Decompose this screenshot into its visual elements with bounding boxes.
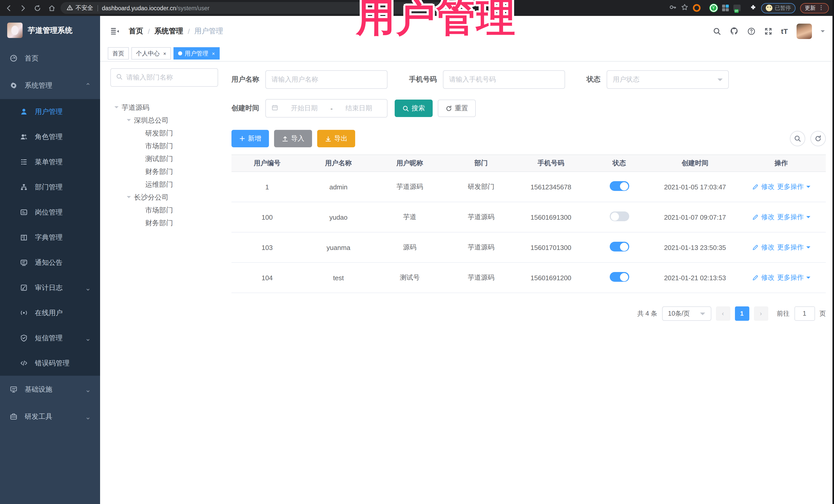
chevron-down-icon[interactable] [806,246,810,250]
more-actions-link[interactable]: 更多操作 [777,243,804,252]
github-icon[interactable] [730,27,739,36]
search-icon[interactable] [713,27,721,35]
show-search-button[interactable] [790,131,805,146]
caret-down-icon[interactable] [114,106,118,110]
sidebar-item-role-mgmt[interactable]: 角色管理 [0,124,100,149]
tree-node[interactable]: 深圳总公司 [110,114,218,127]
tab-close-icon[interactable]: × [163,50,166,56]
status-select[interactable]: 用户状态 [607,70,729,89]
caret-down-icon[interactable] [127,196,131,200]
tab-home[interactable]: 首页 [108,47,129,60]
sidebar-item-menu-mgmt[interactable]: 菜单管理 [0,149,100,175]
status-toggle[interactable] [610,242,629,251]
font-size-icon[interactable]: tT [781,27,788,35]
tree-node[interactable]: 长沙分公司 [110,191,218,204]
mobile-input[interactable]: 请输入手机号码 [443,70,565,89]
goto-page-input[interactable] [794,306,815,321]
edit-link[interactable]: 修改 [761,182,774,192]
import-button[interactable]: 导入 [274,130,312,147]
chevron-down-icon[interactable] [806,186,810,190]
sidebar-item-audit-log[interactable]: 审计日志 ⌄ [0,275,100,300]
tree-node[interactable]: 市场部门 [110,139,218,152]
extensions-puzzle-icon[interactable] [750,3,756,13]
browser-home-icon[interactable] [48,4,56,12]
extension-orange-icon[interactable] [693,4,700,12]
chevron-down-icon[interactable] [806,277,810,281]
col-dept: 部门 [445,159,517,168]
next-page-button[interactable]: › [754,306,768,321]
tree-node[interactable]: 财务部门 [110,165,218,178]
sidebar-item-sms-mgmt[interactable]: 短信管理 ⌄ [0,325,100,351]
reset-button[interactable]: 重置 [438,100,476,117]
extension-grid-icon[interactable] [722,5,728,11]
sidebar-item-dept-mgmt[interactable]: 部门管理 [0,175,100,200]
tab-user-mgmt[interactable]: 用户管理 × [174,47,220,60]
fullscreen-icon[interactable] [764,27,772,35]
security-label: 不安全 [75,4,93,12]
sidebar-item-infra[interactable]: 基础设施 ⌄ [0,376,100,403]
sidebar-item-system[interactable]: 系统管理 ⌃ [0,72,100,99]
update-button[interactable]: 更新 [800,3,829,13]
tab-close-icon[interactable]: × [212,50,215,56]
table-row: 1 admin 芋道源码 研发部门 15612345678 2021-01-05… [232,172,826,202]
filter-row-1: 用户名称 请输入用户名称 手机号码 请输入手机号码 状态 用户状态 [232,70,826,89]
sidebar-item-home[interactable]: 首页 [0,45,100,72]
search-button[interactable]: 搜索 [395,100,433,117]
edit-link[interactable]: 修改 [761,213,774,222]
caret-down-icon[interactable] [127,119,131,123]
status-label: 状态 [587,75,600,84]
chevron-down-icon[interactable] [806,216,810,220]
profile-avatar-icon [766,5,772,11]
bookmark-star-icon[interactable] [681,3,688,13]
browser-menu-dots-icon[interactable] [818,4,824,12]
export-button[interactable]: 导出 [317,130,355,147]
refresh-table-button[interactable] [810,131,826,146]
avatar-caret-icon[interactable] [821,30,825,34]
add-button[interactable]: 新增 [232,130,269,147]
key-icon[interactable] [669,3,676,13]
browser-reload-icon[interactable] [34,4,41,12]
sidebar-item-notice[interactable]: 通知公告 [0,250,100,275]
chevron-down-icon [700,312,705,317]
help-icon[interactable] [747,27,755,35]
sidebar-item-dict-mgmt[interactable]: 字典管理 [0,225,100,250]
page-size-select[interactable]: 10条/页 [662,306,711,321]
sidebar-collapse-icon[interactable] [110,27,119,35]
profile-paused-chip[interactable]: 已暂停 [761,3,795,13]
breadcrumb-system[interactable]: 系统管理 [154,26,183,36]
status-toggle[interactable] [610,272,629,282]
edit-link[interactable]: 修改 [761,243,774,252]
sidebar-item-devtools[interactable]: 研发工具 ⌄ [0,403,100,430]
more-actions-link[interactable]: 更多操作 [777,213,804,222]
extension-green-icon[interactable]: Y [709,4,717,12]
breadcrumb-home[interactable]: 首页 [129,26,143,36]
username-input[interactable]: 请输入用户名称 [265,70,388,89]
tab-profile[interactable]: 个人中心 × [131,47,171,60]
date-range-input[interactable]: 开始日期 - 结束日期 [265,99,388,117]
security-warning[interactable]: 不安全 [67,4,93,12]
dept-search-input[interactable]: 请输入部门名称 [110,68,218,87]
tree-node[interactable]: 运维部门 [110,178,218,191]
tree-node[interactable]: 研发部门 [110,127,218,139]
tree-node[interactable]: 财务部门 [110,217,218,229]
book-icon [20,234,28,241]
status-toggle[interactable] [610,212,629,221]
browser-forward-icon[interactable] [20,4,27,12]
more-actions-link[interactable]: 更多操作 [777,273,804,282]
status-toggle[interactable] [610,181,629,191]
sidebar-item-error-code[interactable]: 错误码管理 [0,351,100,376]
sidebar-item-post-mgmt[interactable]: 岗位管理 [0,200,100,225]
extension-on-icon[interactable] [733,5,740,11]
more-actions-link[interactable]: 更多操作 [777,182,804,192]
app-logo-row[interactable]: 芋道管理系统 [0,16,100,45]
prev-page-button[interactable]: ‹ [716,306,730,321]
tree-node[interactable]: 测试部门 [110,152,218,165]
current-page[interactable]: 1 [735,306,749,321]
browser-back-icon[interactable] [5,4,12,12]
avatar[interactable] [796,23,812,39]
sidebar-item-user-mgmt[interactable]: 用户管理 [0,99,100,124]
edit-link[interactable]: 修改 [761,273,774,282]
sidebar-item-online-users[interactable]: 在线用户 [0,300,100,325]
tree-node[interactable]: 市场部门 [110,204,218,217]
tree-node[interactable]: 芋道源码 [110,101,218,114]
